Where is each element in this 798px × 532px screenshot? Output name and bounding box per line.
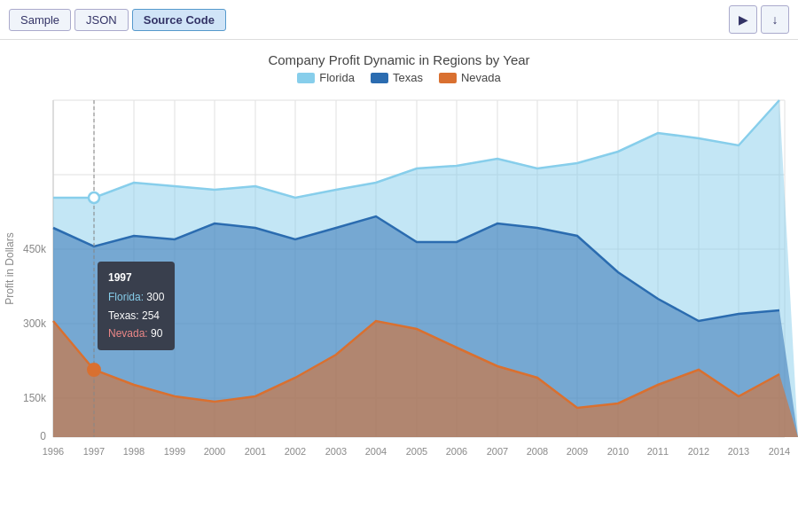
svg-text:2014: 2014 xyxy=(769,446,790,457)
svg-text:150k: 150k xyxy=(23,392,47,404)
svg-text:2008: 2008 xyxy=(527,446,548,457)
tab-sample[interactable]: Sample xyxy=(9,9,71,31)
svg-text:2004: 2004 xyxy=(365,446,387,457)
legend-color-florida xyxy=(297,73,315,83)
chart-legend: Florida Texas Nevada xyxy=(0,71,798,84)
svg-text:2006: 2006 xyxy=(446,446,467,457)
legend-label-nevada: Nevada xyxy=(461,71,501,84)
legend-texas: Texas xyxy=(371,71,423,84)
svg-text:2001: 2001 xyxy=(245,446,266,457)
legend-color-nevada xyxy=(439,73,457,83)
legend-label-florida: Florida xyxy=(319,71,355,84)
nevada-dot-1997 xyxy=(88,364,100,376)
chart-title: Company Profit Dynamic in Regions by Yea… xyxy=(0,40,798,71)
legend-color-texas xyxy=(371,73,388,83)
svg-text:1996: 1996 xyxy=(43,446,64,457)
svg-text:2005: 2005 xyxy=(406,446,427,457)
legend-florida: Florida xyxy=(297,71,355,84)
legend-nevada: Nevada xyxy=(439,71,501,84)
chart-area: Company Profit Dynamic in Regions by Yea… xyxy=(0,40,798,529)
svg-text:Profit in Dollars: Profit in Dollars xyxy=(4,232,16,304)
legend-label-texas: Texas xyxy=(393,71,423,84)
tab-json[interactable]: JSON xyxy=(74,9,129,31)
svg-text:2009: 2009 xyxy=(567,446,588,457)
svg-text:2010: 2010 xyxy=(607,446,629,457)
svg-text:300k: 300k xyxy=(23,317,47,330)
svg-text:1998: 1998 xyxy=(123,446,145,457)
svg-text:2012: 2012 xyxy=(688,446,709,457)
svg-text:2002: 2002 xyxy=(285,446,306,457)
svg-text:450k: 450k xyxy=(23,243,47,255)
download-button[interactable]: ↓ xyxy=(761,5,789,34)
svg-text:2011: 2011 xyxy=(647,446,669,457)
florida-dot-1997 xyxy=(89,192,99,203)
play-button[interactable]: ▶ xyxy=(729,5,757,34)
svg-text:2000: 2000 xyxy=(204,446,225,457)
svg-text:2013: 2013 xyxy=(728,446,749,457)
tab-source-code[interactable]: Source Code xyxy=(132,9,226,31)
header: Sample JSON Source Code ▶ ↓ xyxy=(0,0,798,40)
chart-svg: 0 150k 300k 450k 1996 1997 1998 1999 xyxy=(0,91,798,526)
svg-text:1999: 1999 xyxy=(164,446,185,457)
svg-text:2003: 2003 xyxy=(325,446,347,457)
svg-text:1997: 1997 xyxy=(83,446,105,457)
svg-text:2007: 2007 xyxy=(487,446,508,457)
svg-text:0: 0 xyxy=(40,430,46,442)
